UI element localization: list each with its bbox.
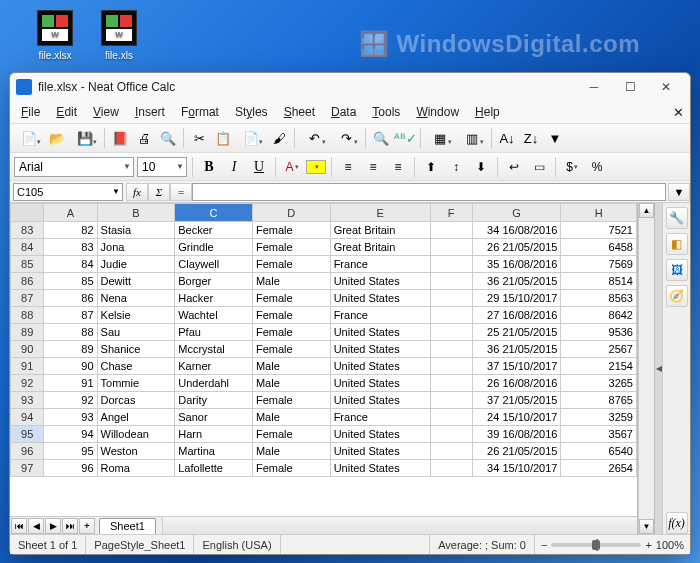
cell[interactable]: 91	[44, 375, 97, 392]
cell[interactable]: 6458	[561, 239, 637, 256]
cell[interactable]: Male	[252, 358, 330, 375]
sum-button[interactable]: Σ	[148, 183, 170, 201]
font-color-button[interactable]: A	[281, 156, 303, 178]
cell[interactable]	[430, 375, 472, 392]
status-pagestyle[interactable]: PageStyle_Sheet1	[86, 535, 194, 554]
column-header-E[interactable]: E	[330, 204, 430, 222]
cell[interactable]: Harn	[175, 426, 253, 443]
close-button[interactable]: ✕	[648, 75, 684, 99]
cell[interactable]: Underdahl	[175, 375, 253, 392]
cell[interactable]: Female	[252, 239, 330, 256]
cell[interactable]: Karner	[175, 358, 253, 375]
cell[interactable]: Female	[252, 324, 330, 341]
italic-button[interactable]: I	[223, 156, 245, 178]
function-wizard-button[interactable]: fx	[126, 183, 148, 201]
cell[interactable]: 94	[44, 426, 97, 443]
cell[interactable]: 29 15/10/2017	[472, 290, 561, 307]
add-sheet-button[interactable]: +	[79, 518, 95, 534]
cell[interactable]: United States	[330, 358, 430, 375]
cell[interactable]: Grindle	[175, 239, 253, 256]
menu-styles[interactable]: Styles	[228, 103, 275, 121]
cell[interactable]: Judie	[97, 256, 175, 273]
cell[interactable]: 36 21/05/2015	[472, 273, 561, 290]
cell[interactable]: 7569	[561, 256, 637, 273]
column-header-G[interactable]: G	[472, 204, 561, 222]
cell[interactable]	[430, 358, 472, 375]
undo-button[interactable]: ↶	[299, 127, 329, 149]
autofilter-button[interactable]: ▼	[544, 127, 566, 149]
font-size-combo[interactable]: 10▼	[137, 157, 187, 177]
align-middle-button[interactable]: ↕	[445, 156, 467, 178]
column-header-D[interactable]: D	[252, 204, 330, 222]
align-top-button[interactable]: ⬆	[420, 156, 442, 178]
cell[interactable]	[430, 409, 472, 426]
desktop-icon-file-xls[interactable]: W file.xls	[92, 10, 146, 61]
cell[interactable]: Dewitt	[97, 273, 175, 290]
align-center-button[interactable]: ≡	[362, 156, 384, 178]
cell[interactable]	[430, 341, 472, 358]
cell[interactable]: Male	[252, 375, 330, 392]
cell[interactable]: 26 21/05/2015	[472, 443, 561, 460]
cell[interactable]: 6540	[561, 443, 637, 460]
cell[interactable]: Great Britain	[330, 222, 430, 239]
zoom-in-button[interactable]: +	[645, 539, 651, 551]
cell[interactable]: Male	[252, 409, 330, 426]
cell[interactable]: 83	[44, 239, 97, 256]
cell[interactable]: Mccrystal	[175, 341, 253, 358]
row-header[interactable]: 85	[11, 256, 44, 273]
menu-help[interactable]: Help	[468, 103, 507, 121]
sidebar-gallery-icon[interactable]: 🖼	[666, 259, 688, 281]
expand-formula-button[interactable]: ▼	[668, 183, 690, 201]
cell[interactable]: 2154	[561, 358, 637, 375]
currency-button[interactable]: $	[561, 156, 583, 178]
vertical-scrollbar[interactable]: ▲▼	[638, 203, 654, 534]
cell[interactable]: 34 16/08/2016	[472, 222, 561, 239]
tab-last-button[interactable]: ⏭	[62, 518, 78, 534]
cell[interactable]: Sanor	[175, 409, 253, 426]
row-header[interactable]: 90	[11, 341, 44, 358]
cell[interactable]: 86	[44, 290, 97, 307]
merge-cells-button[interactable]: ▭	[528, 156, 550, 178]
highlight-color-button[interactable]	[306, 160, 326, 174]
zoom-slider[interactable]	[551, 543, 641, 547]
cell[interactable]: Jona	[97, 239, 175, 256]
cell[interactable]: 93	[44, 409, 97, 426]
maximize-button[interactable]: ☐	[612, 75, 648, 99]
sidebar-styles-icon[interactable]: ◧	[666, 233, 688, 255]
cell[interactable]: 34 15/10/2017	[472, 460, 561, 477]
cell[interactable]: 88	[44, 324, 97, 341]
cell[interactable]: Stasia	[97, 222, 175, 239]
cell[interactable]: Female	[252, 256, 330, 273]
menu-window[interactable]: Window	[409, 103, 466, 121]
percent-button[interactable]: %	[586, 156, 608, 178]
cell[interactable]: Chase	[97, 358, 175, 375]
menu-tools[interactable]: Tools	[365, 103, 407, 121]
column-header-H[interactable]: H	[561, 204, 637, 222]
cell[interactable]: 96	[44, 460, 97, 477]
cell[interactable]: Female	[252, 222, 330, 239]
formula-button[interactable]: =	[170, 183, 192, 201]
name-box[interactable]: C105▼	[13, 183, 123, 201]
cell[interactable]: 89	[44, 341, 97, 358]
new-button[interactable]: 📄	[14, 127, 44, 149]
cell[interactable]: France	[330, 256, 430, 273]
cell[interactable]	[430, 239, 472, 256]
tab-prev-button[interactable]: ◀	[28, 518, 44, 534]
status-language[interactable]: English (USA)	[194, 535, 280, 554]
cell[interactable]: Weston	[97, 443, 175, 460]
paste-button[interactable]: 📄	[236, 127, 266, 149]
menu-sheet[interactable]: Sheet	[277, 103, 322, 121]
tab-first-button[interactable]: ⏮	[11, 518, 27, 534]
desktop-icon-file-xlsx[interactable]: W file.xlsx	[28, 10, 82, 61]
cell[interactable]: Female	[252, 460, 330, 477]
cell[interactable]: Hacker	[175, 290, 253, 307]
cell[interactable]: 87	[44, 307, 97, 324]
row-header[interactable]: 93	[11, 392, 44, 409]
cell[interactable]: 25 21/05/2015	[472, 324, 561, 341]
align-left-button[interactable]: ≡	[337, 156, 359, 178]
cell[interactable]: 3259	[561, 409, 637, 426]
menu-edit[interactable]: Edit	[49, 103, 84, 121]
cell[interactable]: France	[330, 307, 430, 324]
cell[interactable]: Wachtel	[175, 307, 253, 324]
cell[interactable]	[430, 324, 472, 341]
